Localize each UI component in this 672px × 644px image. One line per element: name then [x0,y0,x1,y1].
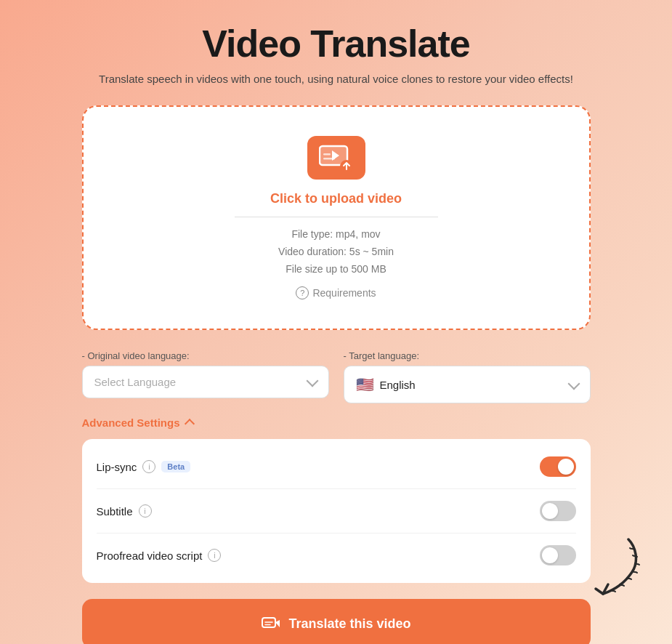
lip-sync-label: Lip-sync [97,461,137,473]
original-language-chevron [306,375,318,387]
requirements-icon: ? [296,286,309,299]
subtitle-toggle-knob [542,503,558,519]
upload-icon [307,136,365,180]
upload-info: File type: mp4, mov Video duration: 5s ~… [278,226,394,278]
original-language-value: Select Language [94,376,177,388]
proofread-info-icon[interactable]: i [208,549,221,562]
setting-left-lip-sync: Lip-sync i Beta [97,460,191,473]
proofread-label: Proofread video script [97,550,203,562]
arrow-annotation [578,532,650,605]
setting-row-lip-sync: Lip-sync i Beta [97,445,576,489]
original-language-select[interactable]: Select Language [82,366,329,398]
page-subtitle: Translate speech in videos with one touc… [99,73,573,85]
setting-left-subtitle: Subtitle i [97,504,152,518]
setting-left-proofread: Proofread video script i [97,549,222,562]
advanced-settings: Advanced Settings Lip-sync i Beta Subtit… [82,416,591,583]
target-language-chevron [567,377,580,390]
upload-label: Click to upload video [270,191,402,206]
advanced-settings-title: Advanced Settings [82,416,180,429]
advanced-settings-header[interactable]: Advanced Settings [82,416,591,429]
target-language-select[interactable]: 🇺🇸 English [344,366,591,403]
language-row: - Original video language: Select Langua… [82,350,591,403]
proofread-toggle[interactable] [540,545,576,565]
subtitle-info-icon[interactable]: i [139,504,152,518]
settings-card: Lip-sync i Beta Subtitle i Proofread vid… [82,439,591,583]
target-language-label: - Target language: [344,350,591,361]
requirements-link[interactable]: ? Requirements [296,286,376,299]
svg-rect-2 [323,153,331,156]
setting-row-proofread: Proofread video script i [97,534,576,577]
target-language-flag: 🇺🇸 [356,376,374,393]
lip-sync-toggle[interactable] [540,456,576,477]
target-language-col: - Target language: 🇺🇸 English [344,350,591,403]
lip-sync-info-icon[interactable]: i [142,460,155,473]
setting-row-subtitle: Subtitle i [97,489,576,534]
subtitle-label: Subtitle [97,505,133,518]
subtitle-toggle[interactable] [540,501,576,521]
translate-button-label: Translate this video [288,616,410,632]
original-language-col: - Original video language: Select Langua… [82,350,329,403]
upload-area[interactable]: Click to upload video File type: mp4, mo… [82,105,591,330]
lip-sync-toggle-knob [558,459,574,475]
translate-button-icon [261,613,281,634]
original-language-label: - Original video language: [82,350,329,361]
target-language-value: 🇺🇸 English [356,376,416,393]
lip-sync-beta-badge: Beta [161,461,190,472]
page-title: Video Translate [202,22,469,65]
translate-button[interactable]: Translate this video [82,599,591,644]
proofread-toggle-knob [542,547,558,563]
upload-divider [235,217,438,217]
advanced-settings-chevron [184,419,194,429]
